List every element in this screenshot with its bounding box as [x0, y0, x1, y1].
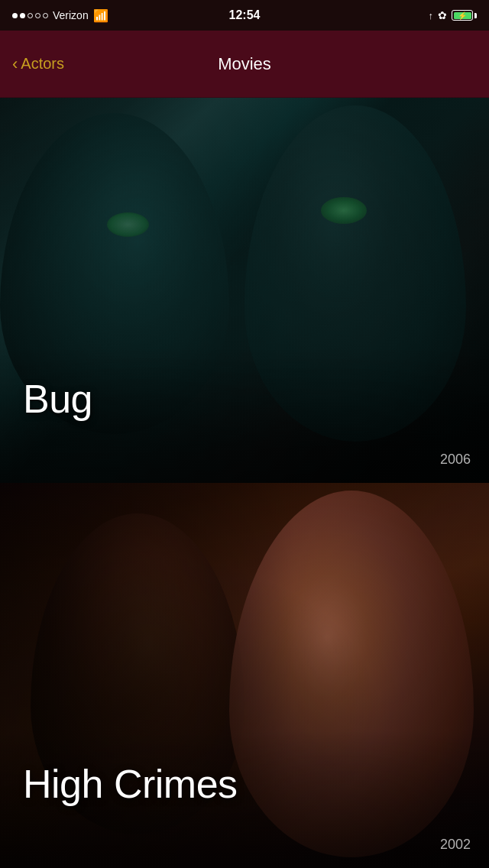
movie-card-high-crimes[interactable]: High Crimes 2002: [0, 483, 489, 868]
signal-dot-3: [28, 13, 33, 18]
battery-indicator: ⚡: [452, 10, 477, 21]
status-time: 12:54: [229, 8, 261, 22]
signal-dot-4: [35, 13, 40, 18]
back-label: Actors: [21, 55, 64, 73]
signal-dot-2: [20, 13, 25, 18]
back-chevron-icon: ‹: [12, 56, 18, 73]
signal-dot-5: [43, 13, 48, 18]
signal-dot-1: [12, 13, 18, 18]
back-button[interactable]: ‹ Actors: [12, 55, 64, 73]
carrier-name: Verizon: [53, 9, 89, 21]
nav-bar: ‹ Actors Movies: [0, 31, 489, 98]
bug-year: 2006: [440, 452, 471, 468]
highcrimes-title: High Crimes: [23, 761, 238, 807]
status-bar: Verizon 📶 12:54 ↑ ✿ ⚡: [0, 0, 489, 31]
signal-dots: [12, 13, 48, 18]
nav-title: Movies: [218, 54, 271, 74]
bluetooth-icon: ✿: [438, 9, 447, 21]
charge-icon: ⚡: [458, 11, 467, 20]
status-right: ↑ ✿ ⚡: [429, 9, 478, 21]
wifi-icon: 📶: [93, 8, 108, 23]
battery-body: ⚡: [452, 10, 473, 21]
highcrimes-year: 2002: [440, 837, 471, 853]
movies-list[interactable]: Bug 2006 High Crimes 2002: [0, 98, 489, 868]
location-icon: ↑: [429, 10, 434, 21]
bug-title: Bug: [23, 376, 92, 422]
battery-tip: [474, 13, 477, 18]
movie-card-bug[interactable]: Bug 2006: [0, 98, 489, 483]
status-left: Verizon 📶: [12, 8, 108, 23]
